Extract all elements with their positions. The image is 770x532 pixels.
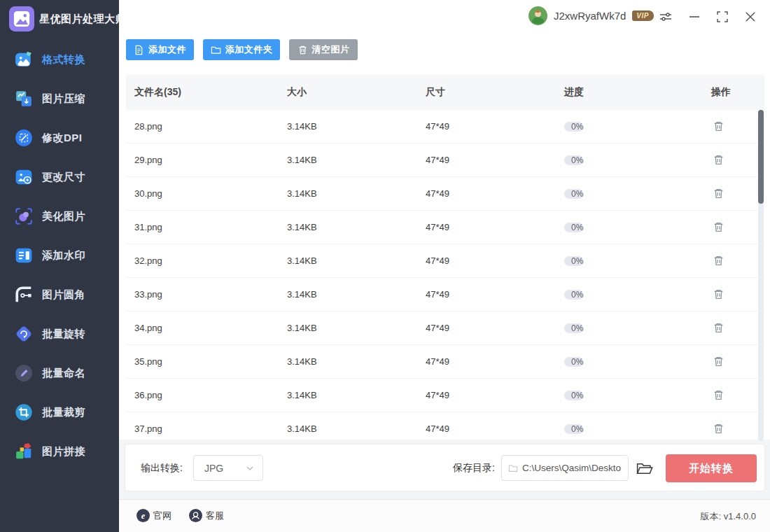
progress-bar: 0% [564, 357, 583, 367]
delete-row-icon[interactable] [711, 254, 725, 268]
delete-row-icon[interactable] [711, 120, 725, 134]
progress-bar: 0% [564, 122, 583, 132]
toolbar: 添加文件 添加文件夹 清空图片 [119, 39, 770, 60]
start-convert-button[interactable]: 开始转换 [666, 454, 757, 482]
image-compress-icon [15, 90, 33, 108]
folder-small-icon [508, 463, 518, 473]
cell-dimensions: 47*49 [426, 222, 564, 232]
file-table: 文件名(35) 大小 尺寸 进度 操作 28.png 3.14KB 47*49 … [126, 75, 764, 440]
user-avatar [528, 6, 547, 25]
format-convert-icon [15, 50, 33, 69]
clear-images-button[interactable]: 清空图片 [289, 39, 358, 60]
customer-support-link[interactable]: 客服 [189, 509, 224, 522]
table-row: 36.png 3.14KB 47*49 0% [126, 379, 764, 412]
progress-bar: 0% [564, 391, 583, 400]
vip-badge: VIP [632, 10, 654, 21]
delete-row-icon[interactable] [711, 220, 725, 234]
sidebar-item[interactable]: 批量旋转 [0, 314, 119, 354]
sidebar-item[interactable]: 添加水印 [0, 236, 119, 275]
cell-dimensions: 47*49 [426, 424, 564, 434]
user-account-chip[interactable]: J2xwRyafWk7d VIP [528, 6, 654, 25]
table-row: 32.png 3.14KB 47*49 0% [126, 244, 764, 278]
sidebar-item[interactable]: 图片拼接 [0, 432, 119, 471]
username: J2xwRyafWk7d [554, 10, 626, 22]
cell-size: 3.14KB [287, 255, 426, 266]
add-file-button[interactable]: 添加文件 [126, 39, 194, 60]
delete-row-icon[interactable] [711, 388, 725, 402]
sidebar: 星优图片处理大师 格式转换 图片压缩 修改DPI [0, 0, 119, 532]
col-actions: 操作 [706, 86, 764, 99]
delete-row-icon[interactable] [711, 153, 725, 167]
scrollbar-thumb[interactable] [758, 110, 764, 204]
resize-icon [15, 168, 33, 186]
cell-size: 3.14KB [287, 356, 426, 367]
table-row: 28.png 3.14KB 47*49 0% [126, 110, 764, 144]
sidebar-item[interactable]: 批量命名 [0, 354, 119, 393]
sidebar-item[interactable]: 格式转换 [0, 40, 119, 79]
delete-row-icon[interactable] [711, 321, 725, 335]
close-button[interactable] [743, 9, 758, 24]
scrollbar-track[interactable] [758, 110, 764, 441]
table-body: 28.png 3.14KB 47*49 0% 29.png 3.14KB 47*… [126, 110, 764, 440]
cell-filename: 28.png [126, 121, 287, 132]
beautify-icon [15, 207, 33, 225]
sidebar-item[interactable]: 美化图片 [0, 197, 119, 236]
delete-row-icon[interactable] [711, 422, 725, 436]
sidebar-menu: 格式转换 图片压缩 修改DPI 更改尺寸 [0, 40, 119, 471]
app-window: 星优图片处理大师 格式转换 图片压缩 修改DPI [0, 0, 770, 532]
cell-filename: 31.png [126, 222, 287, 232]
file-icon [134, 45, 144, 55]
delete-row-icon[interactable] [711, 355, 725, 369]
cell-dimensions: 47*49 [426, 188, 564, 199]
maximize-button[interactable] [715, 9, 730, 24]
watermark-icon [15, 246, 33, 265]
sidebar-item[interactable]: 批量裁剪 [0, 393, 119, 432]
table-row: 30.png 3.14KB 47*49 0% [126, 177, 764, 211]
batch-rename-icon [15, 364, 33, 382]
progress-bar: 0% [564, 223, 583, 232]
trash-icon [298, 45, 308, 55]
table-row: 35.png 3.14KB 47*49 0% [126, 345, 764, 379]
settings-sliders-icon[interactable] [658, 9, 673, 24]
titlebar: J2xwRyafWk7d VIP [119, 0, 770, 32]
progress-bar: 0% [564, 155, 583, 165]
conversion-panel: 输出转换: JPG 保存目录: 开始转换 [125, 444, 765, 491]
folder-icon [211, 45, 221, 55]
cell-dimensions: 47*49 [426, 155, 564, 165]
official-website-link[interactable]: e 官网 [136, 509, 172, 522]
sidebar-item[interactable]: 更改尺寸 [0, 158, 119, 197]
cell-size: 3.14KB [287, 424, 426, 434]
app-logo-icon [9, 6, 34, 31]
delete-row-icon[interactable] [711, 288, 725, 302]
minimize-button[interactable] [687, 9, 702, 24]
cell-size: 3.14KB [287, 390, 426, 400]
cell-dimensions: 47*49 [426, 323, 564, 333]
output-format-select[interactable]: JPG [193, 455, 263, 481]
output-format-value: JPG [204, 463, 246, 474]
sidebar-item[interactable]: 修改DPI [0, 118, 119, 158]
add-folder-label: 添加文件夹 [225, 43, 273, 56]
add-folder-button[interactable]: 添加文件夹 [203, 39, 280, 60]
folder-open-icon [636, 460, 653, 477]
output-format-label: 输出转换: [141, 444, 183, 492]
progress-bar: 0% [564, 189, 583, 199]
cell-dimensions: 47*49 [426, 121, 564, 132]
batch-crop-icon [15, 403, 33, 421]
col-dimensions: 尺寸 [426, 86, 564, 99]
cell-filename: 32.png [126, 255, 287, 266]
col-filename: 文件名(35) [126, 86, 287, 99]
progress-bar: 0% [564, 323, 583, 333]
cell-filename: 36.png [126, 390, 287, 400]
cell-filename: 30.png [126, 188, 287, 199]
cell-size: 3.14KB [287, 188, 426, 199]
save-directory-input[interactable] [522, 463, 627, 473]
browse-folder-button[interactable] [635, 459, 654, 478]
sidebar-item[interactable]: 图片压缩 [0, 79, 119, 118]
delete-row-icon[interactable] [711, 187, 725, 201]
table-row: 33.png 3.14KB 47*49 0% [126, 278, 764, 312]
cell-dimensions: 47*49 [426, 356, 564, 367]
website-icon: e [136, 509, 150, 522]
progress-bar: 0% [564, 424, 583, 434]
sidebar-item[interactable]: 图片圆角 [0, 275, 119, 314]
main-content: J2xwRyafWk7d VIP 添加文件 [119, 0, 770, 532]
